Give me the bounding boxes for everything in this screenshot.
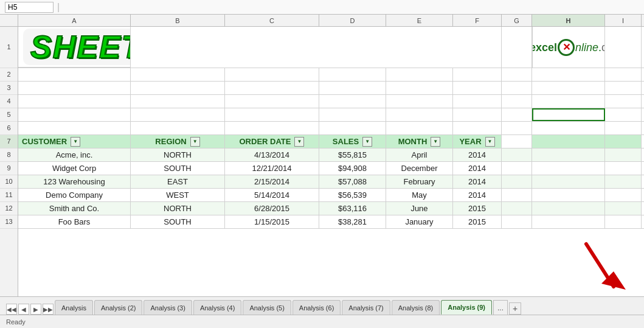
row-6 (18, 122, 644, 135)
cell-f8: 2014 (453, 148, 502, 161)
cell-d9: $94,908 (319, 162, 386, 175)
logo-online: nline (575, 41, 598, 53)
row-5 (18, 108, 644, 122)
cell-g8 (502, 148, 532, 161)
name-box[interactable] (5, 2, 54, 13)
grid-content: SHEET NAVIGATOR myexcel✕nline.com (18, 27, 644, 296)
tab-analysis-8[interactable]: Analysis (8) (392, 300, 440, 315)
cell-d12: $63,116 (319, 202, 386, 215)
filter-order-date-btn[interactable]: ▼ (294, 137, 304, 147)
filter-month-btn[interactable]: ▼ (431, 137, 440, 147)
tab-analysis-3[interactable]: Analysis (3) (144, 300, 192, 315)
cell-h2 (532, 68, 605, 81)
col-header-e[interactable]: E (386, 15, 453, 26)
tab-nav-next[interactable]: ▶ (30, 304, 41, 315)
cell-i3 (605, 82, 642, 94)
cell-c5 (225, 108, 319, 121)
cell-a2 (18, 68, 131, 81)
cell-i10 (605, 175, 642, 188)
logo-cell: myexcel✕nline.com (532, 27, 605, 68)
cell-e12: June (386, 202, 453, 215)
cell-i13 (605, 215, 642, 228)
logo-circle: ✕ (558, 39, 575, 56)
col-header-f[interactable]: F (453, 15, 502, 26)
col-header-i[interactable]: I (605, 15, 642, 26)
cell-e5 (386, 108, 453, 121)
row-num-6: 6 (0, 122, 18, 135)
filter-sales-btn[interactable]: ▼ (362, 137, 372, 147)
cell-d6 (319, 122, 386, 134)
tab-add-btn[interactable]: + (509, 302, 521, 315)
logo-excel: excel (532, 41, 557, 53)
row-num-4: 4 (0, 95, 18, 108)
row-2 (18, 68, 644, 82)
cell-b9: SOUTH (131, 162, 225, 175)
cell-h6 (532, 122, 605, 134)
header-sales: SALES ▼ (319, 135, 386, 148)
cell-i11 (605, 189, 642, 201)
tab-more-btn[interactable]: ... (493, 300, 508, 315)
cell-c10: 2/15/2014 (225, 175, 319, 188)
tab-analysis-7[interactable]: Analysis (7) (342, 300, 390, 315)
sheet-tabs: ◀◀ ◀ ▶ ▶▶ Analysis Analysis (2) Analysis… (0, 296, 644, 315)
col-header-g[interactable]: G (502, 15, 532, 26)
cell-a9: Widget Corp (18, 162, 131, 175)
col-header-b[interactable]: B (131, 15, 225, 26)
cell-g4 (502, 95, 532, 108)
cell-h5-selected[interactable] (532, 108, 605, 121)
tab-analysis-9[interactable]: Analysis (9) (441, 300, 492, 315)
title-box: SHEET NAVIGATOR (23, 29, 131, 65)
col-header-d[interactable]: D (319, 15, 386, 26)
cell-a12: Smith and Co. (18, 202, 131, 215)
cell-g10 (502, 175, 532, 188)
cell-c13: 1/15/2015 (225, 215, 319, 228)
cell-d10: $57,088 (319, 175, 386, 188)
cell-c4 (225, 95, 319, 108)
status-bar: Ready (0, 315, 644, 328)
row-num-10: 10 (0, 175, 18, 189)
cell-i1 (605, 27, 642, 68)
row-7-header: CUSTOMER ▼ REGION ▼ ORDER DATE ▼ SALES ▼… (18, 135, 644, 148)
cell-c11: 5/14/2014 (225, 189, 319, 201)
cell-f12: 2015 (453, 202, 502, 215)
header-year: YEAR ▼ (453, 135, 502, 148)
cell-e11: May (386, 189, 453, 201)
cell-h9 (532, 162, 605, 175)
title-continuation (131, 27, 502, 68)
cell-e8: April (386, 148, 453, 161)
col-header-c[interactable]: C (225, 15, 319, 26)
filter-region-btn[interactable]: ▼ (190, 137, 200, 147)
cell-b8: NORTH (131, 148, 225, 161)
row-numbers: 1 2 3 4 5 6 7 8 9 10 11 12 13 (0, 27, 18, 296)
cell-d8: $55,815 (319, 148, 386, 161)
col-header-h[interactable]: H (532, 15, 605, 26)
tab-analysis-6[interactable]: Analysis (6) (293, 300, 341, 315)
header-order-date: ORDER DATE ▼ (225, 135, 319, 148)
cell-e4 (386, 95, 453, 108)
header-sales-label: SALES (333, 137, 359, 146)
row-num-11: 11 (0, 189, 18, 202)
row-13: Foo Bars SOUTH 1/15/2015 $38,281 January… (18, 215, 644, 229)
cell-b13: SOUTH (131, 215, 225, 228)
cell-f10: 2014 (453, 175, 502, 188)
tab-nav-prev[interactable]: ◀ (18, 304, 29, 315)
cell-h3 (532, 82, 605, 94)
tab-analysis-5[interactable]: Analysis (5) (243, 300, 291, 315)
cell-h8 (532, 148, 605, 161)
filter-customer-btn[interactable]: ▼ (71, 137, 80, 147)
tab-analysis-4[interactable]: Analysis (4) (193, 300, 241, 315)
cell-g13 (502, 215, 532, 228)
row-num-corner (0, 15, 18, 26)
col-header-a[interactable]: A (18, 15, 131, 26)
header-h (532, 135, 605, 148)
cell-i6 (605, 122, 642, 134)
tab-nav-last[interactable]: ▶▶ (43, 304, 54, 315)
tab-analysis-2[interactable]: Analysis (2) (94, 300, 142, 315)
row-1: SHEET NAVIGATOR myexcel✕nline.com (18, 27, 644, 68)
tab-nav-first[interactable]: ◀◀ (6, 304, 17, 315)
cell-e13: January (386, 215, 453, 228)
tab-analysis-1[interactable]: Analysis (55, 300, 93, 315)
row-num-9: 9 (0, 162, 18, 175)
filter-year-btn[interactable]: ▼ (485, 137, 495, 147)
cell-d13: $38,281 (319, 215, 386, 228)
